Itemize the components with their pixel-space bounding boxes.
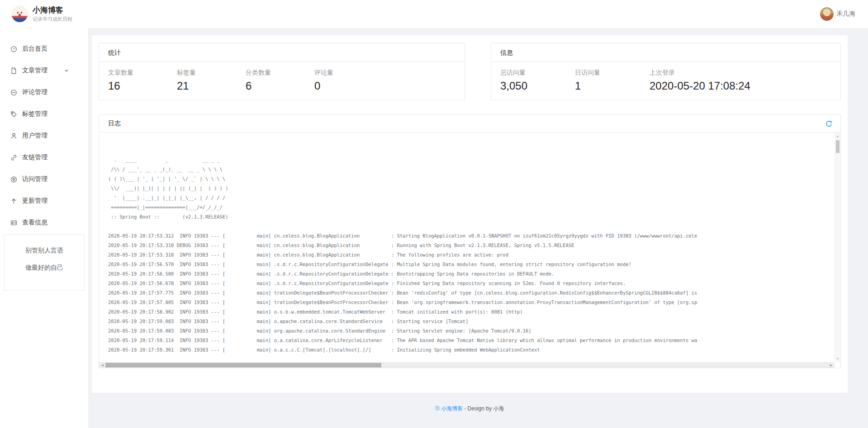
file-text-icon (10, 67, 17, 74)
log-vertical-scrollbar[interactable]: ▲ ▼ (835, 133, 840, 362)
compass-icon (10, 176, 17, 183)
info-value: 2020-05-20 17:08:24 (650, 80, 750, 92)
info-label: 上次登录 (650, 69, 750, 77)
user-menu[interactable]: 禾几海 (820, 7, 855, 21)
brand: 小海博客 记录学习成长历程 (11, 6, 72, 23)
sidebar-item-visits[interactable]: 访问管理 (0, 168, 88, 190)
stats-card-title: 统计 (99, 43, 465, 62)
motto-line: 别管别人言语 (5, 247, 84, 255)
scroll-down-arrow-icon[interactable]: ▼ (835, 356, 840, 361)
link-icon (10, 154, 17, 161)
stat-label: 分类数量 (246, 69, 314, 77)
app-header: 小海博客 记录学习成长历程 禾几海 (0, 0, 868, 28)
user-icon (10, 133, 17, 139)
scroll-up-arrow-icon[interactable]: ▲ (835, 133, 840, 139)
sidebar-item-dashboard[interactable]: 后台首页 (0, 38, 88, 60)
refresh-icon (825, 120, 833, 128)
sidebar-item-label: 查看信息 (22, 219, 47, 227)
sidebar-item-label: 后台首页 (22, 45, 47, 53)
info-label: 日访问量 (575, 69, 650, 77)
info-value: 1 (575, 80, 650, 92)
horizontal-scroll-thumb[interactable] (105, 363, 381, 367)
dashboard-icon (10, 46, 17, 52)
sidebar-item-label: 标签管理 (22, 110, 47, 118)
log-output: . ____ _ __ _ _ /\\ / ___'_ __ _ _(_)_ _… (99, 133, 805, 362)
stat-tag-count: 标签量 21 (177, 69, 246, 92)
sidebar-item-users[interactable]: 用户管理 (0, 125, 88, 147)
info-label: 总访问量 (500, 69, 575, 77)
footer-text: - Design by 小海 (463, 405, 504, 412)
sidebar-item-friend-links[interactable]: 友链管理 (0, 147, 88, 168)
sidebar-item-updates[interactable]: 更新管理 (0, 190, 88, 212)
user-avatar (820, 7, 834, 21)
sidebar-item-label: 评论管理 (22, 88, 47, 96)
stat-label: 标签量 (177, 69, 246, 77)
sidebar-item-label: 用户管理 (22, 132, 47, 140)
site-subtitle: 记录学习成长历程 (33, 16, 72, 23)
log-card-header: 日志 (99, 115, 840, 133)
sidebar-item-label: 友链管理 (22, 153, 47, 162)
scroll-left-arrow-icon[interactable]: ◀ (100, 362, 105, 368)
stat-category-count: 分类数量 6 (246, 69, 314, 92)
page-layout: 后台首页 文章管理 评论管理 (0, 28, 868, 428)
log-horizontal-scrollbar[interactable]: ◀ ▶ (99, 362, 835, 368)
vertical-scroll-thumb[interactable] (836, 140, 840, 153)
scroll-right-arrow-icon[interactable]: ▶ (828, 362, 834, 368)
brand-text: 小海博客 记录学习成长历程 (33, 6, 72, 23)
motto-line: 做最好的自己 (5, 264, 84, 272)
user-name: 禾几海 (836, 10, 855, 18)
stat-label: 文章数量 (108, 69, 177, 77)
sidebar-item-view-info[interactable]: 查看信息 (0, 212, 88, 233)
info-last-login: 上次登录 2020-05-20 17:08:24 (650, 69, 750, 92)
stat-label: 评论量 (314, 69, 383, 77)
motto-box: 别管别人言语 做最好的自己 (4, 234, 85, 290)
refresh-button[interactable] (824, 119, 834, 129)
info-total-visits: 总访问量 3,050 (500, 69, 575, 92)
stat-value: 21 (177, 80, 246, 92)
top-cards-row: 统计 文章数量 16 标签量 21 分类数量 6 (99, 43, 841, 100)
stat-value: 0 (314, 80, 383, 92)
sidebar-item-label: 文章管理 (22, 67, 47, 75)
stat-article-count: 文章数量 16 (108, 69, 177, 92)
site-title: 小海博客 (33, 6, 72, 14)
comment-icon (10, 89, 17, 96)
info-card-body: 总访问量 3,050 日访问量 1 上次登录 2020-05-20 17:08:… (491, 62, 840, 100)
main-content: 统计 文章数量 16 标签量 21 分类数量 6 (88, 28, 868, 428)
idcard-icon (10, 219, 17, 226)
site-logo-icon (11, 6, 28, 23)
info-daily-visits: 日访问量 1 (575, 69, 650, 92)
stat-comment-count: 评论量 0 (314, 69, 383, 92)
content-panel: 统计 文章数量 16 标签量 21 分类数量 6 (92, 35, 848, 393)
log-viewer: . ____ _ __ _ _ /\\ / ___'_ __ _ _(_)_ _… (99, 133, 840, 368)
stat-value: 16 (108, 80, 177, 92)
sidebar-item-comments[interactable]: 评论管理 (0, 81, 88, 103)
chevron-down-icon (64, 67, 69, 75)
sidebar-item-articles[interactable]: 文章管理 (0, 60, 88, 81)
arrow-up-icon (10, 198, 17, 204)
page-footer: © 小海博客 - Design by 小海 (92, 405, 848, 413)
info-value: 3,050 (500, 80, 575, 92)
sidebar-menu: 后台首页 文章管理 评论管理 (0, 28, 88, 233)
log-card-title: 日志 (108, 119, 121, 128)
tag-icon (10, 111, 17, 118)
info-card-title: 信息 (491, 43, 840, 62)
sidebar-item-label: 更新管理 (22, 197, 47, 205)
footer-site-link[interactable]: © 小海博客 (436, 405, 463, 412)
sidebar-item-label: 访问管理 (22, 175, 47, 183)
log-card: 日志 . ____ _ __ _ _ /\\ / ___'_ __ _ _(_)… (99, 114, 841, 368)
sidebar: 后台首页 文章管理 评论管理 (0, 28, 88, 428)
stats-card-body: 文章数量 16 标签量 21 分类数量 6 评论量 (99, 62, 465, 100)
stats-card: 统计 文章数量 16 标签量 21 分类数量 6 (99, 43, 465, 100)
sidebar-item-tags[interactable]: 标签管理 (0, 103, 88, 125)
info-card: 信息 总访问量 3,050 日访问量 1 上次登录 2020-05-20 17: (491, 43, 841, 100)
stat-value: 6 (246, 80, 314, 92)
